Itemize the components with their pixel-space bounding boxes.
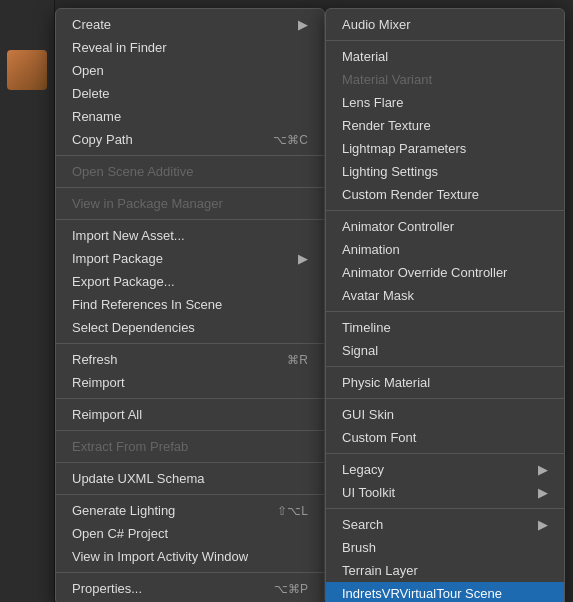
left-menu-label-extract-from-prefab: Extract From Prefab	[72, 439, 308, 454]
right-menu-item-custom-font[interactable]: Custom Font	[326, 426, 564, 449]
right-menu-label-avatar-mask: Avatar Mask	[342, 288, 548, 303]
right-menu-item-avatar-mask[interactable]: Avatar Mask	[326, 284, 564, 307]
left-menu-item-reimport-all[interactable]: Reimport All	[56, 403, 324, 426]
left-menu-item-extract-from-prefab: Extract From Prefab	[56, 435, 324, 458]
right-menu-item-animator-override[interactable]: Animator Override Controller	[326, 261, 564, 284]
left-menu-label-properties: Properties...	[72, 581, 254, 596]
left-menu-item-export-package[interactable]: Export Package...	[56, 270, 324, 293]
left-menu-label-copy-path: Copy Path	[72, 132, 253, 147]
right-menu-item-animation[interactable]: Animation	[326, 238, 564, 261]
right-menu-label-render-texture: Render Texture	[342, 118, 548, 133]
left-menu-item-view-package-manager: View in Package Manager	[56, 192, 324, 215]
left-menu-label-find-references: Find References In Scene	[72, 297, 308, 312]
left-menu-item-update-uxml[interactable]: Update UXML Schema	[56, 467, 324, 490]
right-menu-item-indretsVR[interactable]: IndretsVRVirtualTour Scene	[326, 582, 564, 602]
right-menu-item-audio-mixer[interactable]: Audio Mixer	[326, 13, 564, 36]
right-menu-label-signal: Signal	[342, 343, 548, 358]
right-menu-label-gui-skin: GUI Skin	[342, 407, 548, 422]
left-menu-shortcut-properties: ⌥⌘P	[274, 582, 308, 596]
right-separator-14	[326, 311, 564, 312]
left-separator-29	[56, 572, 324, 573]
right-menu-item-lightmap-parameters[interactable]: Lightmap Parameters	[326, 137, 564, 160]
left-menu-label-delete: Delete	[72, 86, 308, 101]
left-menu-item-open-csharp[interactable]: Open C# Project	[56, 522, 324, 545]
left-menu-item-select-dependencies[interactable]: Select Dependencies	[56, 316, 324, 339]
left-menu-item-view-import-activity[interactable]: View in Import Activity Window	[56, 545, 324, 568]
left-menu-label-open-scene-additive: Open Scene Additive	[72, 164, 308, 179]
right-separator-22	[326, 453, 564, 454]
right-menu-item-animator-controller[interactable]: Animator Controller	[326, 215, 564, 238]
left-menu-item-import-package[interactable]: Import Package▶	[56, 247, 324, 270]
left-menu-label-open: Open	[72, 63, 308, 78]
left-menu-label-refresh: Refresh	[72, 352, 267, 367]
right-menu-label-audio-mixer: Audio Mixer	[342, 17, 548, 32]
right-menu-item-physic-material[interactable]: Physic Material	[326, 371, 564, 394]
right-menu-item-ui-toolkit[interactable]: UI Toolkit▶	[326, 481, 564, 504]
right-menu-item-brush[interactable]: Brush	[326, 536, 564, 559]
left-menu-shortcut-copy-path: ⌥⌘C	[273, 133, 308, 147]
left-menu-shortcut-refresh: ⌘R	[287, 353, 308, 367]
right-menu-label-search: Search	[342, 517, 528, 532]
right-separator-17	[326, 366, 564, 367]
assets-thumbnail	[7, 50, 47, 90]
assets-panel	[0, 0, 55, 602]
left-menu-item-open[interactable]: Open	[56, 59, 324, 82]
right-menu-arrow-ui-toolkit: ▶	[538, 485, 548, 500]
left-menu-item-find-references[interactable]: Find References In Scene	[56, 293, 324, 316]
left-separator-19	[56, 398, 324, 399]
right-menu-item-terrain-layer[interactable]: Terrain Layer	[326, 559, 564, 582]
right-menu-item-legacy[interactable]: Legacy▶	[326, 458, 564, 481]
left-menu-item-reveal-finder[interactable]: Reveal in Finder	[56, 36, 324, 59]
left-menu-label-view-import-activity: View in Import Activity Window	[72, 549, 308, 564]
left-menu-label-export-package: Export Package...	[72, 274, 308, 289]
right-menu-item-lighting-settings[interactable]: Lighting Settings	[326, 160, 564, 183]
left-menu-item-delete[interactable]: Delete	[56, 82, 324, 105]
left-menu-label-generate-lighting: Generate Lighting	[72, 503, 257, 518]
left-menu-shortcut-generate-lighting: ⇧⌥L	[277, 504, 308, 518]
left-menu-label-rename: Rename	[72, 109, 308, 124]
right-menu-label-terrain-layer: Terrain Layer	[342, 563, 548, 578]
left-menu-label-create: Create	[72, 17, 288, 32]
left-menu-item-properties[interactable]: Properties...⌥⌘P	[56, 577, 324, 600]
right-menu-label-legacy: Legacy	[342, 462, 528, 477]
right-menu-item-timeline[interactable]: Timeline	[326, 316, 564, 339]
left-menu-item-open-scene-additive: Open Scene Additive	[56, 160, 324, 183]
left-separator-6	[56, 155, 324, 156]
right-menu-item-search[interactable]: Search▶	[326, 513, 564, 536]
left-menu-arrow-import-package: ▶	[298, 251, 308, 266]
left-menu-item-import-new-asset[interactable]: Import New Asset...	[56, 224, 324, 247]
left-menu-item-create[interactable]: Create▶	[56, 13, 324, 36]
left-separator-25	[56, 494, 324, 495]
right-menu-label-animator-controller: Animator Controller	[342, 219, 548, 234]
left-menu-label-update-uxml: Update UXML Schema	[72, 471, 308, 486]
right-menu-label-lighting-settings: Lighting Settings	[342, 164, 548, 179]
right-separator-19	[326, 398, 564, 399]
right-menu-item-gui-skin[interactable]: GUI Skin	[326, 403, 564, 426]
left-menu-item-copy-path[interactable]: Copy Path⌥⌘C	[56, 128, 324, 151]
left-context-menu: Create▶Reveal in FinderOpenDeleteRenameC…	[55, 8, 325, 602]
left-menu-label-open-csharp: Open C# Project	[72, 526, 308, 541]
left-separator-16	[56, 343, 324, 344]
right-menu-item-material-variant: Material Variant	[326, 68, 564, 91]
right-menu-item-signal[interactable]: Signal	[326, 339, 564, 362]
left-menu-label-import-new-asset: Import New Asset...	[72, 228, 308, 243]
right-menu-label-lens-flare: Lens Flare	[342, 95, 548, 110]
right-menu-arrow-search: ▶	[538, 517, 548, 532]
left-menu-label-select-dependencies: Select Dependencies	[72, 320, 308, 335]
right-menu-item-material[interactable]: Material	[326, 45, 564, 68]
left-menu-item-reimport[interactable]: Reimport	[56, 371, 324, 394]
right-menu-label-timeline: Timeline	[342, 320, 548, 335]
left-menu-label-reveal-finder: Reveal in Finder	[72, 40, 308, 55]
left-menu-item-generate-lighting[interactable]: Generate Lighting⇧⌥L	[56, 499, 324, 522]
right-menu-item-render-texture[interactable]: Render Texture	[326, 114, 564, 137]
right-separator-9	[326, 210, 564, 211]
right-menu-item-lens-flare[interactable]: Lens Flare	[326, 91, 564, 114]
left-menu-arrow-create: ▶	[298, 17, 308, 32]
right-menu-label-indretsVR: IndretsVRVirtualTour Scene	[342, 586, 548, 601]
left-menu-item-refresh[interactable]: Refresh⌘R	[56, 348, 324, 371]
right-menu-label-animation: Animation	[342, 242, 548, 257]
left-separator-8	[56, 187, 324, 188]
right-separator-25	[326, 508, 564, 509]
left-menu-item-rename[interactable]: Rename	[56, 105, 324, 128]
right-menu-item-custom-render-texture[interactable]: Custom Render Texture	[326, 183, 564, 206]
